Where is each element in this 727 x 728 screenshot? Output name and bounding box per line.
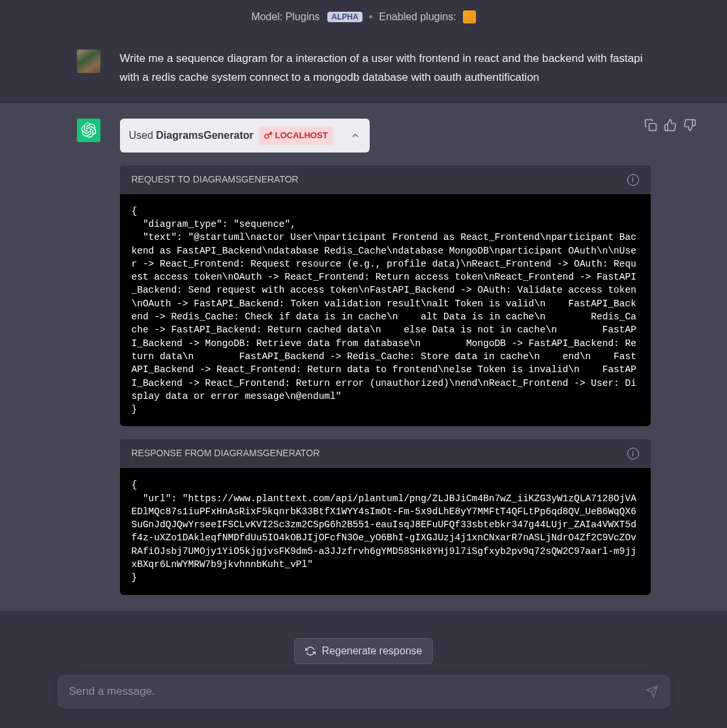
request-header-label: REQUEST TO DIAGRAMSGENERATOR [132,172,299,188]
input-placeholder: Send a message. [69,685,155,698]
regenerate-button[interactable]: Regenerate response [294,638,434,664]
request-body: { "diagram_type": "sequence", "text": "@… [120,194,651,427]
enabled-plugins-label: Enabled plugins: [379,11,456,23]
user-message-row: Write me a sequence diagram for a intera… [0,34,727,103]
plugin-icon[interactable] [463,10,476,23]
message-input[interactable]: Send a message. [57,675,670,708]
send-icon[interactable] [645,685,659,698]
request-block: REQUEST TO DIAGRAMSGENERATOR i { "diagra… [120,166,651,427]
thumbs-down-icon[interactable] [683,119,696,132]
chevron-up-icon [350,130,361,141]
model-label: Model: Plugins [251,11,319,23]
plugin-used-label: Used DiagramsGenerator [129,126,254,144]
top-bar: Model: Plugins ALPHA • Enabled plugins: [0,0,727,34]
regenerate-label: Regenerate response [322,645,423,657]
alpha-badge: ALPHA [327,12,362,22]
message-actions [644,119,696,132]
user-message-text: Write me a sequence diagram for a intera… [120,50,651,87]
info-icon[interactable]: i [627,448,639,459]
info-icon[interactable]: i [627,174,639,186]
response-body: { "url": "https://www.planttext.com/api/… [120,468,651,594]
input-area: Send a message. [0,675,727,708]
conversation: Write me a sequence diagram for a intera… [0,34,727,611]
copy-icon[interactable] [644,119,657,132]
separator-dot: • [369,11,373,23]
key-icon [264,131,273,139]
svg-rect-0 [649,123,656,130]
plugin-call-header[interactable]: Used DiagramsGenerator LOCALHOST [120,119,370,153]
assistant-message-row: Used DiagramsGenerator LOCALHOST REQUEST… [0,103,727,611]
response-block: RESPONSE FROM DIAGRAMSGENERATOR i { "url… [120,439,651,594]
localhost-badge: LOCALHOST [259,126,333,145]
assistant-avatar [77,119,100,142]
refresh-icon [305,646,316,656]
response-header-label: RESPONSE FROM DIAGRAMSGENERATOR [132,446,320,461]
user-avatar [77,50,100,73]
thumbs-up-icon[interactable] [664,119,677,132]
